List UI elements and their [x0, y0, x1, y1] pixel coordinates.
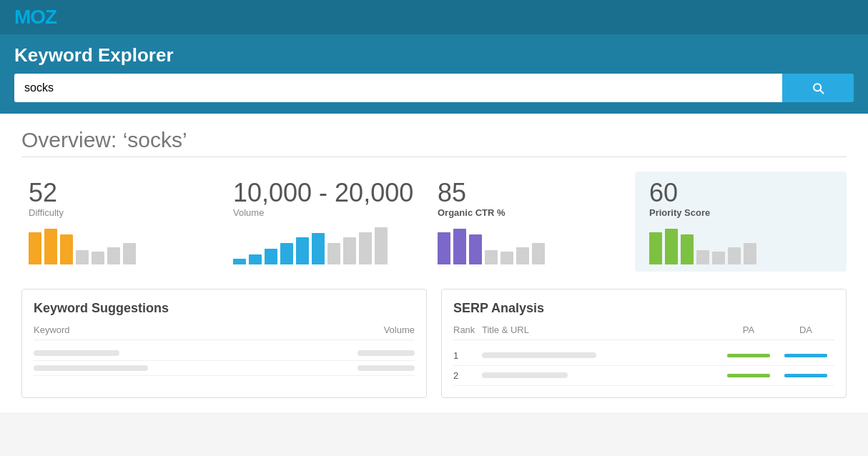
serp-analysis-title: SERP Analysis: [453, 301, 834, 316]
serp-col-title: Title & URL: [482, 324, 720, 335]
search-button[interactable]: [782, 74, 854, 102]
bar: [712, 252, 725, 264]
kw-table-header: Keyword Volume: [34, 324, 415, 340]
overview-divider: [21, 157, 847, 157]
kw-row: [34, 361, 415, 376]
pa-bar: [727, 374, 770, 377]
bar: [649, 232, 662, 264]
serp-rank-2: 2: [453, 370, 482, 381]
priority-value: 60: [649, 179, 832, 207]
bar: [265, 249, 277, 264]
serp-row: 1: [453, 346, 834, 366]
kw-cell-keyword: [34, 350, 287, 356]
metrics-row: 52 Difficulty 10,000 - 20,000 Volume: [21, 172, 847, 272]
bar: [469, 234, 482, 264]
serp-title-2: [482, 372, 720, 378]
serp-table-header: Rank Title & URL PA DA: [453, 324, 834, 340]
bar: [296, 237, 309, 264]
search-input[interactable]: [14, 74, 782, 102]
serp-pa-1: [720, 354, 777, 357]
bar: [453, 229, 466, 264]
ctr-value: 85: [438, 179, 621, 207]
serp-da-1: [777, 354, 834, 357]
bar: [44, 229, 57, 264]
bar: [76, 250, 89, 264]
bar: [516, 247, 529, 264]
difficulty-value: 52: [29, 179, 212, 207]
bar: [233, 259, 246, 264]
volume-chart: [233, 225, 416, 264]
da-bar: [784, 354, 827, 357]
serp-rank-1: 1: [453, 350, 482, 361]
serp-col-pa: PA: [720, 324, 777, 335]
serp-pa-2: [720, 374, 777, 377]
metric-difficulty: 52 Difficulty: [21, 172, 226, 272]
pa-bar: [727, 354, 770, 357]
bar: [728, 247, 741, 264]
kw-col-keyword: Keyword: [34, 324, 287, 335]
bottom-row: Keyword Suggestions Keyword Volume: [21, 289, 847, 398]
bar: [92, 252, 104, 264]
placeholder-line: [357, 350, 415, 356]
serp-row: 2: [453, 366, 834, 386]
difficulty-chart: [29, 225, 212, 264]
placeholder-line: [34, 365, 148, 371]
bar: [343, 237, 356, 264]
kw-cell-volume: [287, 365, 415, 371]
bar: [60, 234, 73, 264]
kw-col-volume: Volume: [287, 324, 415, 335]
header-bar: Keyword Explorer: [0, 34, 868, 114]
serp-col-rank: Rank: [453, 324, 482, 335]
difficulty-label: Difficulty: [29, 207, 212, 218]
keyword-suggestions-title: Keyword Suggestions: [34, 301, 415, 316]
priority-label: Priority Score: [649, 207, 832, 218]
ctr-label: Organic CTR %: [438, 207, 621, 218]
da-bar: [784, 374, 827, 377]
search-icon: [811, 81, 825, 95]
bar: [532, 243, 545, 264]
main-content: Overview: ‘socks’ 52 Difficulty 10,000 -…: [0, 114, 868, 412]
bar: [485, 250, 498, 264]
serp-title-1: [482, 352, 720, 358]
volume-label: Volume: [233, 207, 416, 218]
ctr-chart: [438, 225, 621, 264]
metric-volume: 10,000 - 20,000 Volume: [226, 172, 430, 272]
bar: [327, 243, 340, 264]
bar: [29, 232, 41, 264]
priority-chart: [649, 225, 832, 264]
bar: [249, 254, 262, 264]
bar: [696, 250, 709, 264]
bar: [375, 227, 388, 264]
bar: [359, 232, 372, 264]
overview-title: Overview: ‘socks’: [21, 128, 847, 152]
placeholder-line: [34, 350, 119, 356]
keyword-suggestions-panel: Keyword Suggestions Keyword Volume: [21, 289, 427, 398]
serp-col-da: DA: [777, 324, 834, 335]
kw-cell-volume: [287, 350, 415, 356]
bar: [438, 232, 450, 264]
placeholder-line: [357, 365, 415, 371]
moz-logo: MOZ: [14, 6, 56, 29]
bar: [681, 234, 694, 264]
kw-row: [34, 346, 415, 361]
volume-value: 10,000 - 20,000: [233, 179, 416, 207]
bar: [312, 233, 325, 264]
page-title: Keyword Explorer: [14, 44, 854, 66]
bar: [123, 243, 136, 264]
top-nav: MOZ: [0, 0, 868, 34]
metric-ctr: 85 Organic CTR %: [430, 172, 635, 272]
placeholder-line: [482, 352, 596, 358]
placeholder-line: [482, 372, 568, 378]
bar: [500, 252, 513, 264]
metric-priority: 60 Priority Score: [635, 172, 847, 272]
serp-analysis-panel: SERP Analysis Rank Title & URL PA DA 1: [441, 289, 847, 398]
bar: [280, 243, 293, 264]
bar: [744, 243, 756, 264]
bar: [107, 247, 120, 264]
search-row: [14, 74, 854, 102]
kw-cell-keyword: [34, 365, 287, 371]
serp-da-2: [777, 374, 834, 377]
bar: [665, 229, 678, 264]
